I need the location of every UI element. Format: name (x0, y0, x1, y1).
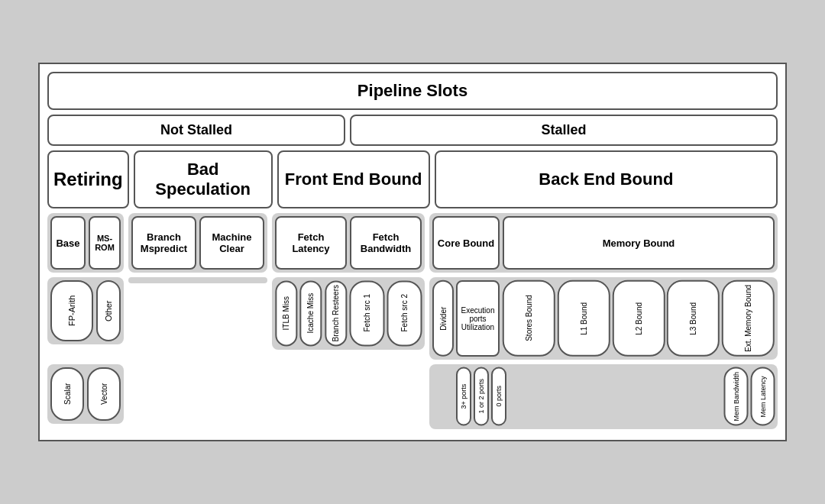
back-end-deep-gray: Divider Execution ports Utilization Stor… (429, 277, 778, 360)
retiring-gray-area: Base MS-ROM (47, 213, 124, 273)
core-bound-items: Divider Execution ports Utilization (432, 280, 500, 357)
branch-mispredict-label: Branch Mspredict (136, 231, 192, 254)
fetch-lat-items: ITLB Miss Icache Miss Branch Resteers (275, 280, 347, 346)
ports-1or2-pill: 1 or 2 ports (474, 367, 489, 426)
row-level5: FP-Arith Other ITLB Miss Icache Miss Bra… (47, 277, 778, 360)
l2-bound-pill: L2 Bound (613, 280, 665, 357)
core-bound-deepest: 3+ ports 1 or 2 ports 0 ports (432, 367, 506, 426)
fetch-src2-pill: Fetch src 2 (387, 280, 422, 346)
pipeline-slots-box: Pipeline Slots (47, 72, 778, 110)
divider-label: Divider (439, 307, 448, 331)
scalar-pill: Scalar (50, 367, 84, 421)
divider-pill: Divider (432, 280, 454, 357)
row-level4: Base MS-ROM Branch Mspredict Machine Cle… (47, 213, 778, 273)
l2-bound-label: L2 Bound (634, 302, 642, 335)
base-box: Base (50, 216, 86, 270)
l1-bound-pill: L1 Bound (558, 280, 610, 357)
other-label: Other (104, 301, 113, 322)
itlb-miss-pill: ITLB Miss (275, 280, 297, 346)
back-end-bound-box: Back End Bound (435, 150, 778, 208)
ext-mem-bound-pill: Ext. Memory Bound (722, 280, 775, 357)
fetch-src1-pill: Fetch src 1 (350, 280, 385, 346)
retiring-deepest-gray: Scalar Vector (47, 364, 124, 424)
ports-0-pill: 0 ports (491, 367, 506, 426)
mem-bandwidth-label: Mem Bandwidth (733, 372, 740, 422)
ms-rom-label: MS-ROM (93, 234, 116, 252)
fetch-latency-box: Fetch Latency (275, 216, 347, 270)
mem-latency-label: Mem Latency (759, 376, 766, 417)
diagram-container: Pipeline Slots Not Stalled Stalled Retir… (38, 63, 787, 441)
stalled-box: Stalled (350, 115, 778, 146)
stores-bound-label: Stores Bound (525, 296, 533, 342)
mem-bandwidth-pill: Mem Bandwidth (724, 367, 749, 426)
machine-clear-label: Machine Clear (204, 231, 260, 254)
branch-mispredict-box: Branch Mspredict (131, 216, 196, 270)
fetch-src2-label: Fetch src 2 (400, 295, 409, 332)
vector-pill: Vector (87, 367, 121, 421)
other-pill: Other (96, 280, 121, 341)
stores-bound-pill: Stores Bound (503, 280, 555, 357)
front-end-bound-box: Front End Bound (277, 150, 430, 208)
retiring-box: Retiring (47, 150, 129, 208)
fetch-latency-label: Fetch Latency (280, 231, 342, 254)
fp-arith-label: FP-Arith (67, 296, 76, 326)
ports-0-label: 0 ports (495, 386, 503, 408)
memory-bound-label: Memory Bound (603, 237, 675, 249)
fetch-bw-items: Fetch src 1 Fetch src 2 (350, 280, 422, 346)
ports-3plus-pill: 3+ ports (456, 367, 471, 426)
not-stalled-box: Not Stalled (47, 115, 345, 146)
icache-miss-label: Icache Miss (306, 293, 315, 334)
memory-bound-box: Memory Bound (503, 216, 775, 270)
bad-spec-deep-spacer (128, 277, 267, 283)
front-end-deep-gray: ITLB Miss Icache Miss Branch Resteers Fe… (272, 277, 425, 349)
l3-bound-pill: L3 Bound (667, 280, 720, 357)
mem-bound-items: Stores Bound L1 Bound L2 Bound L3 Bound … (503, 280, 775, 357)
row-level6: Scalar Vector 3+ ports 1 or 2 ports 0 po… (47, 364, 778, 429)
fetch-src1-label: Fetch src 1 (363, 295, 371, 332)
core-bound-label: Core Bound (438, 237, 494, 249)
core-bound-box: Core Bound (432, 216, 500, 270)
itlb-miss-label: ITLB Miss (282, 296, 290, 330)
ports-3plus-label: 3+ ports (460, 384, 467, 409)
ext-mem-bound-label: Ext. Memory Bound (744, 285, 752, 352)
bad-speculation-box: Bad Speculation (134, 150, 273, 208)
bad-spec-gray-area: Branch Mspredict Machine Clear (128, 213, 267, 273)
branch-resteers-pill: Branch Resteers (325, 280, 347, 346)
retiring-label: Retiring (53, 169, 123, 190)
mem-latency-pill: Mem Latency (751, 367, 775, 426)
branch-resteers-label: Branch Resteers (332, 285, 340, 341)
row-pipeline: Pipeline Slots (47, 72, 778, 110)
back-end-bound-label: Back End Bound (539, 170, 673, 189)
mem-bound-deepest: Mem Bandwidth Mem Latency (510, 367, 775, 426)
pipeline-slots-label: Pipeline Slots (358, 81, 467, 101)
stalled-label: Stalled (541, 122, 586, 138)
front-end-gray-area: Fetch Latency Fetch Bandwidth (272, 213, 425, 273)
l1-bound-label: L1 Bound (580, 302, 588, 335)
ms-rom-box: MS-ROM (89, 216, 121, 270)
back-end-gray-area: Core Bound Memory Bound (429, 213, 778, 273)
exec-ports-util-box: Execution ports Utilization (456, 280, 500, 357)
front-end-bound-label: Front End Bound (285, 170, 422, 189)
row-level3: Retiring Bad Speculation Front End Bound… (47, 150, 778, 208)
exec-ports-util-label: Execution ports Utilization (458, 306, 498, 331)
machine-clear-box: Machine Clear (199, 216, 264, 270)
back-end-deepest-gray: 3+ ports 1 or 2 ports 0 ports Mem Bandwi… (429, 364, 778, 429)
icache-miss-pill: Icache Miss (299, 280, 322, 346)
l3-bound-label: L3 Bound (689, 302, 697, 335)
scalar-label: Scalar (63, 383, 72, 405)
ports-1or2-label: 1 or 2 ports (477, 380, 485, 415)
row-stalled: Not Stalled Stalled (47, 115, 778, 146)
ext-mem-sub: Mem Bandwidth Mem Latency (724, 367, 775, 426)
fp-arith-pill: FP-Arith (50, 280, 93, 341)
fetch-bandwidth-label: Fetch Bandwidth (354, 231, 417, 254)
retiring-deep-gray: FP-Arith Other (47, 277, 124, 344)
vector-label: Vector (100, 383, 108, 405)
bad-speculation-label: Bad Speculation (140, 160, 267, 199)
fetch-bandwidth-box: Fetch Bandwidth (350, 216, 422, 270)
base-label: Base (56, 237, 79, 249)
not-stalled-label: Not Stalled (160, 122, 232, 138)
